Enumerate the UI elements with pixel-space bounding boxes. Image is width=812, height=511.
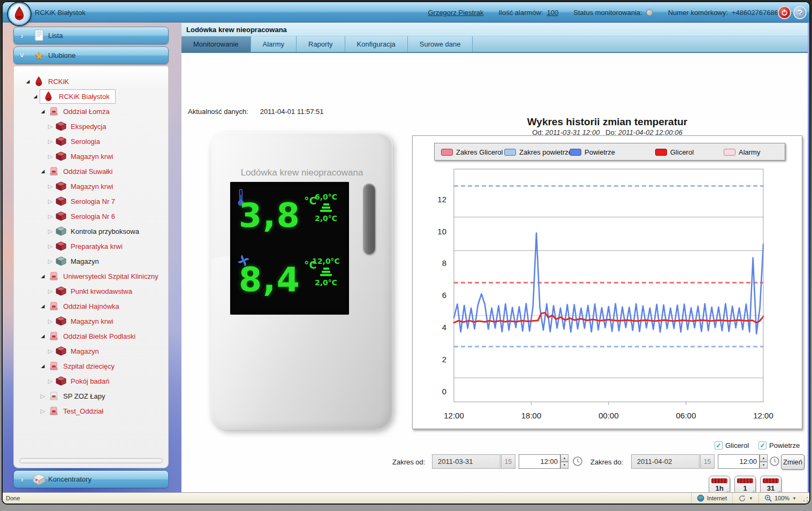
expand-icon[interactable]: ▷ xyxy=(39,393,47,400)
tree-item-kontrola-przyboksowa[interactable]: ▷Kontrola przyboksowa xyxy=(14,224,168,239)
collapse-icon[interactable]: ◢ xyxy=(39,273,47,279)
spin-down-icon[interactable]: ▼ xyxy=(560,462,568,469)
tree-item-serologia-nr-6[interactable]: ▷Serologia Nr 6 xyxy=(14,209,168,224)
building-icon xyxy=(47,406,60,416)
data-freshness-label: Aktualność danych: xyxy=(188,108,248,116)
expand-icon[interactable]: ▷ xyxy=(46,378,55,385)
expand-icon[interactable]: ▷ xyxy=(46,258,55,265)
to-calendar-button[interactable]: 15 xyxy=(700,454,715,469)
collapse-icon[interactable]: ◢ xyxy=(39,109,47,114)
tree-item-ekspedycja[interactable]: ▷Ekspedycja xyxy=(14,119,168,134)
to-date-input[interactable] xyxy=(631,454,700,469)
monitoring-content: Aktualność danych: 2011-04-01 11:57:51 L… xyxy=(181,54,808,495)
tree-item-test-oddział[interactable]: ▷Test_Oddział xyxy=(14,403,168,418)
tab-raporty[interactable]: Raporty xyxy=(297,36,345,52)
legend-swatch xyxy=(655,149,667,156)
tree-item-magazyn[interactable]: ▷Magazyn xyxy=(14,344,168,359)
collapse-icon[interactable]: ◢ xyxy=(39,363,47,369)
box-icon xyxy=(55,151,67,161)
tree-item-rckik-białystok[interactable]: ◢RCKiK Białystok xyxy=(14,89,168,104)
spin-up-icon[interactable]: ▲ xyxy=(560,454,568,462)
tree-item-oddział-łomża[interactable]: ◢Oddział Łomża xyxy=(14,104,168,119)
tab-konfiguracja[interactable]: Konfiguracja xyxy=(345,36,408,52)
tree-item-rckik[interactable]: ◢RCKiK xyxy=(14,74,168,89)
tree-item-label: Magazyn xyxy=(71,347,99,355)
expand-icon[interactable]: ▷ xyxy=(46,213,55,220)
tree-item-label: Magazyn krwi xyxy=(71,182,113,190)
tree-item-serologia-nr-7[interactable]: ▷Serologia Nr 7 xyxy=(14,194,168,209)
sidebar-section-koncentratory[interactable]: › Koncentratory xyxy=(13,470,169,488)
change-range-button[interactable]: Zmień xyxy=(781,454,805,470)
expand-icon[interactable]: ▷ xyxy=(39,408,47,415)
tree-item-magazyn-krwi[interactable]: ▷Magazyn krwi xyxy=(14,149,168,164)
blood-drop-icon xyxy=(13,6,26,21)
collapse-icon[interactable]: ◢ xyxy=(24,79,32,84)
expand-icon[interactable]: ▷ xyxy=(46,243,55,250)
x-tick-label: 12:00 xyxy=(444,411,464,420)
resize-grip[interactable] xyxy=(802,493,809,504)
expand-icon[interactable]: ▷ xyxy=(46,123,55,130)
expand-icon[interactable]: ▷ xyxy=(46,138,55,145)
alarms-count-link[interactable]: 100 xyxy=(547,9,559,17)
tree-item-magazyn-krwi[interactable]: ▷Magazyn krwi xyxy=(14,179,168,194)
collapse-icon[interactable]: ◢ xyxy=(39,333,47,339)
from-time-input[interactable] xyxy=(519,454,560,469)
expand-icon[interactable]: ▷ xyxy=(46,348,55,355)
expand-icon[interactable]: ▷ xyxy=(46,228,55,235)
tree-item-magazyn[interactable]: ▷Magazyn xyxy=(14,254,168,269)
spin-up-icon[interactable]: ▲ xyxy=(760,454,768,462)
collapse-icon[interactable]: ◢ xyxy=(39,169,47,174)
tree-item-preparatyka-krwi[interactable]: ▷Preparatyka krwi xyxy=(14,239,168,254)
powietrze-checkbox[interactable]: ✓ Powietrze xyxy=(758,441,800,449)
air-temperature: 8,4 xyxy=(239,263,301,296)
sidebar-section-ulubione[interactable]: ˅ ★ Ulubione xyxy=(13,47,169,64)
glicerol-checkbox[interactable]: ✓ Glicerol xyxy=(715,441,749,449)
to-time-spinner[interactable]: ▲▼ xyxy=(760,454,768,469)
phone-number: +48602767686 xyxy=(732,9,778,17)
tree-item-label: Magazyn krwi xyxy=(71,317,113,325)
expand-icon[interactable]: ▷ xyxy=(46,198,55,205)
browser-statusbar: Done Internet ▼ 100% ▼ xyxy=(3,492,809,504)
drop-icon xyxy=(42,91,55,102)
tab-monitorowanie[interactable]: Monitorowanie xyxy=(181,36,251,52)
sidebar-section-lista[interactable]: › Lista xyxy=(13,27,169,44)
expand-icon[interactable]: ▷ xyxy=(46,318,55,325)
spin-down-icon[interactable]: ▼ xyxy=(760,462,768,469)
tree-item-oddział-suwałki[interactable]: ◢Oddział Suwałki xyxy=(14,164,168,179)
collapse-icon[interactable]: ◢ xyxy=(31,94,40,99)
tree-item-sp-zoz-łapy[interactable]: ▷SP ZOZ Łapy xyxy=(14,388,168,403)
collapse-icon[interactable]: ◢ xyxy=(39,303,47,309)
tree-item-label: SP ZOZ Łapy xyxy=(63,392,105,400)
to-clock-icon[interactable] xyxy=(769,456,780,468)
tree-item-uniwersytecki-szpital-kliniczny[interactable]: ◢Uniwersytecki Szpital Kliniczny xyxy=(14,269,168,284)
help-icon[interactable]: ? xyxy=(793,6,807,19)
box-teal-icon xyxy=(55,226,67,236)
calendar-icon xyxy=(711,478,727,483)
from-time-spinner[interactable]: ▲▼ xyxy=(560,454,568,469)
from-clock-icon[interactable] xyxy=(572,456,583,468)
tree-item-oddział-bielsk-podlaski[interactable]: ◢Oddział Bielsk Podlaski xyxy=(14,329,168,344)
tree-item-magazyn-krwi[interactable]: ▷Magazyn krwi xyxy=(14,314,168,329)
tree-item-szpital-dziecięcy[interactable]: ◢Szpital dziecięcy xyxy=(14,359,168,373)
tab-alarmy[interactable]: Alarmy xyxy=(251,36,297,52)
tab-surowe-dane[interactable]: Surowe dane xyxy=(408,36,473,52)
logout-icon[interactable] xyxy=(778,6,791,19)
tree-item-label: Serologia Nr 7 xyxy=(71,197,115,205)
user-link[interactable]: Grzegorz Piestrak xyxy=(428,9,483,17)
tree-item-oddział-hajnówka[interactable]: ◢Oddział Hajnówka xyxy=(14,299,168,314)
tree-item-punkt-krwodawstwa[interactable]: ▷Punkt krwodawstwa xyxy=(14,284,168,299)
expand-icon[interactable]: ▷ xyxy=(46,153,55,160)
calendar-icon xyxy=(763,478,779,483)
from-calendar-button[interactable]: 15 xyxy=(501,454,515,469)
tree-item-label: Magazyn krwi xyxy=(71,152,113,161)
statusbar-zoom-button[interactable]: 100% ▼ xyxy=(758,493,802,504)
horizontal-scrollbar[interactable] xyxy=(19,458,163,463)
statusbar-mode-button[interactable]: ▼ xyxy=(732,493,758,504)
legend-swatch xyxy=(570,149,581,156)
expand-icon[interactable]: ▷ xyxy=(46,183,55,190)
to-time-input[interactable] xyxy=(718,454,760,469)
from-date-input[interactable] xyxy=(432,454,500,469)
expand-icon[interactable]: ▷ xyxy=(46,288,55,295)
tree-item-serologia[interactable]: ▷Serologia xyxy=(14,134,168,149)
tree-item-pokój-badań[interactable]: ▷Pokój badań xyxy=(14,373,168,388)
